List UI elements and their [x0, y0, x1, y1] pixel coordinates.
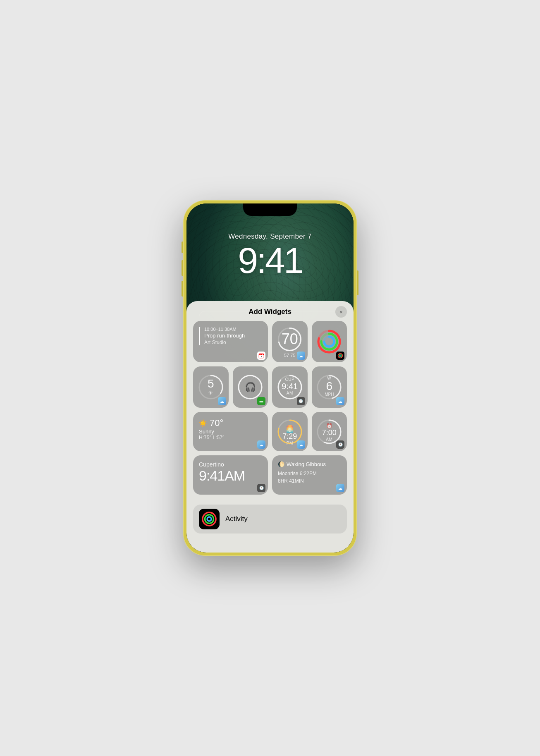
clock-cup-label: CUP [282, 378, 298, 382]
moon-icon: 🌔 [278, 461, 284, 467]
cupertino-content: Cupertino 9:41AM [199, 461, 262, 484]
clock-cup-badge: 🕐 [297, 397, 305, 405]
close-button[interactable]: × [335, 306, 347, 318]
moon-phase-title: 🌔 Waxing Gibbous [278, 461, 341, 467]
weather-sunny-widget[interactable]: ☀️ 70° Sunny H:75° L:57° ☁ [193, 412, 268, 451]
cal-event-name: Prop run-through [204, 333, 245, 340]
svg-rect-1 [259, 354, 264, 355]
sunset-badge: ☁ [297, 440, 305, 449]
lockscreen-content: Wednesday, September 7 9:41 [186, 232, 354, 279]
steps-weather-badge: ☁ [218, 397, 226, 405]
moon-content: 🌔 Waxing Gibbous Moonrise 6:22PM 8HR 41M… [278, 461, 341, 485]
sheet-title: Add Widgets [248, 308, 292, 316]
svg-rect-3 [263, 354, 263, 355]
volume-down-button[interactable] [182, 281, 183, 297]
svg-rect-2 [260, 354, 260, 355]
activity-app-icon [199, 509, 220, 529]
cupertino-clock-widget[interactable]: Cupertino 9:41AM 🕐 [193, 455, 268, 495]
phone-screen: Wednesday, September 7 9:41 Add Widgets … [186, 203, 354, 553]
wind-center: W 6 MPH [325, 376, 334, 397]
activity-widget[interactable] [312, 321, 347, 362]
alarm-7-center: ⏰ 7:00 AM [322, 420, 337, 441]
wind-unit: MPH [325, 392, 334, 397]
moon-moonrise: Moonrise 6:22PM [278, 470, 341, 477]
activity-app-icon-svg [202, 512, 217, 526]
alarm-7-period: AM [322, 437, 337, 441]
sunset-time: 7:29 [282, 433, 297, 441]
steps-widget[interactable]: 5 ☀ ☁ [193, 366, 229, 408]
temp-low: 57 [284, 353, 289, 358]
weather-hl: H:75° L:57° [199, 435, 262, 440]
cupertino-badge: 🕐 [257, 484, 265, 492]
moon-duration: 8HR 41MIN [278, 477, 341, 485]
clock-cup-period: AM [282, 391, 298, 396]
temp-value: 70 [282, 332, 298, 347]
airpods-battery-badge: ▬ [257, 397, 265, 405]
wind-widget[interactable]: W 6 MPH ☁ [312, 366, 347, 408]
calendar-content: 10:00–11:30AM Prop run-through Art Studi… [199, 327, 262, 346]
weather-temp-widget[interactable]: 70 57 75 ☁ [272, 321, 308, 362]
weather-icon-badge: ☁ [297, 352, 305, 360]
phone-frame: Wednesday, September 7 9:41 Add Widgets … [183, 200, 357, 556]
activity-badge-icon [337, 353, 343, 359]
moon-widget[interactable]: 🌔 Waxing Gibbous Moonrise 6:22PM 8HR 41M… [272, 455, 347, 495]
calendar-widget[interactable]: 10:00–11:30AM Prop run-through Art Studi… [193, 321, 268, 362]
temp-center: 70 [282, 332, 298, 347]
power-button[interactable] [357, 270, 358, 295]
sunset-icon: 🌅 [282, 426, 297, 433]
weather-low: L:57° [213, 435, 225, 440]
activity-rings-svg [317, 329, 342, 354]
weather-sunny-content: ☀️ 70° Sunny H:75° L:57° [199, 418, 262, 440]
weather-condition: Sunny [199, 428, 262, 435]
svg-point-14 [339, 354, 342, 357]
cupertino-city: Cupertino [199, 461, 262, 468]
svg-point-15 [340, 355, 341, 356]
steps-value: 5 [208, 378, 214, 390]
alarm-7-time: 7:00 [322, 428, 337, 437]
cal-location: Art Studio [204, 340, 245, 346]
cupertino-time: 9:41AM [199, 468, 262, 484]
add-widgets-sheet: Add Widgets × 10:00–11:30AM Prop run-thr… [186, 301, 354, 553]
wind-direction-label: W [325, 376, 334, 380]
temp-circle-container: 70 [276, 326, 303, 353]
svg-point-30 [205, 515, 214, 524]
widget-grid: 10:00–11:30AM Prop run-through Art Studi… [193, 321, 347, 499]
volume-up-button[interactable] [182, 260, 183, 276]
cal-text: 10:00–11:30AM Prop run-through Art Studi… [204, 327, 245, 346]
sunset-widget[interactable]: 🌅 🌅 7:29 PM ☁ [272, 412, 308, 451]
alarm-icon: ⏰ [322, 423, 337, 428]
clock-cup-time: 9:41 [282, 382, 298, 391]
weather-sun-icon: ☀️ [199, 419, 207, 427]
airpods-icon: 🎧 [245, 382, 256, 392]
calendar-icon: 7 [258, 353, 264, 359]
lockscreen-time: 9:41 [186, 242, 354, 279]
wind-speed: 6 [325, 380, 334, 392]
moon-weather-badge: ☁ [336, 484, 344, 492]
sunset-center: 🌅 7:29 PM [282, 420, 297, 445]
svg-point-31 [207, 517, 211, 521]
alarm-7-badge: 🕐 [336, 440, 344, 449]
lockscreen-date: Wednesday, September 7 [186, 232, 354, 241]
clock-cup-widget[interactable]: CUP 9:41 AM 🕐 [272, 366, 308, 408]
temp-range: 57 75 [284, 353, 296, 358]
bottom-activity-bar[interactable]: Activity [193, 505, 347, 534]
moon-phase-label: Waxing Gibbous [287, 461, 326, 467]
notch [243, 203, 297, 216]
weather-sunny-temp: 70° [210, 418, 223, 428]
steps-sun-icon: ☀ [208, 390, 214, 396]
cal-time-bar [199, 327, 200, 345]
weather-high: H:75° [199, 435, 211, 440]
activity-icon-badge [336, 352, 344, 360]
silent-button[interactable] [182, 242, 183, 253]
sheet-header: Add Widgets × [193, 301, 347, 321]
sunset-period: PM [282, 441, 297, 445]
steps-center: 5 ☀ [208, 378, 214, 396]
temp-high: 75 [290, 353, 295, 358]
weather-sunny-badge: ☁ [257, 440, 265, 449]
alarm-7-widget[interactable]: ⏰ 7:00 AM 🕐 [312, 412, 347, 451]
activity-rings-container [317, 329, 342, 354]
airpods-widget[interactable]: 🎧 ▬ [233, 366, 268, 408]
calendar-icon-badge: 7 [257, 352, 265, 360]
bottom-activity-label: Activity [225, 515, 248, 523]
weather-sunny-row: ☀️ 70° [199, 418, 262, 428]
